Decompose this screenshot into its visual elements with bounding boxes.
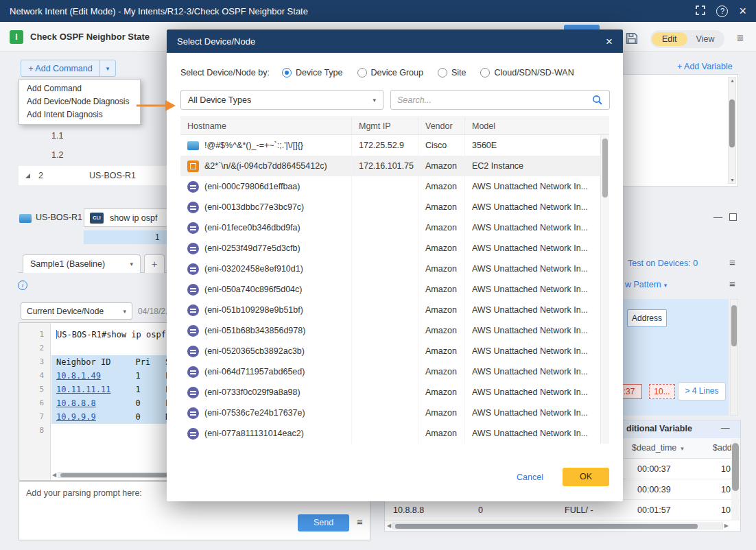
column-header-vendor[interactable]: Vendor <box>418 117 465 134</box>
add-tab-button[interactable]: + <box>144 254 165 273</box>
variable-table-row[interactable]: 10.8.8.80FULL/ -00:01:5710 <box>385 500 740 521</box>
column-header-mgmt-ip[interactable]: Mgmt IP <box>352 117 418 134</box>
horizontal-scrollbar[interactable]: ◀ ▶ <box>387 522 729 529</box>
panel-menu-icon[interactable]: ≡ <box>729 278 735 289</box>
device-row[interactable]: (eni-077a811131014eac2)AmazonAWS Unattac… <box>180 423 609 444</box>
test-on-devices-link[interactable]: Test on Devices: 0 <box>628 259 698 268</box>
modal-close-icon[interactable]: × <box>606 36 613 47</box>
modal-header[interactable]: Select Device/Node × <box>167 29 623 53</box>
device-row[interactable]: (eni-0733f0c029f9a8a98)AmazonAWS Unattac… <box>180 382 609 403</box>
minimize-icon[interactable]: — <box>713 212 722 222</box>
device-row[interactable]: (eni-064d711957abd65ed)AmazonAWS Unattac… <box>180 361 609 382</box>
matched-value-badge[interactable]: 10... <box>649 384 675 399</box>
device-row[interactable]: &2*`\n/&(i-094cb7dd86455412c)172.16.101.… <box>180 156 609 176</box>
scroll-right-icon[interactable]: ▶ <box>724 523 729 529</box>
titlebar: Network Intent (Edit Mode) - My Intents/… <box>0 0 756 22</box>
radio-device-type[interactable]: Device Type <box>282 68 343 77</box>
radio-site[interactable]: Site <box>438 68 466 77</box>
add-variable-link[interactable]: + Add Variable <box>677 62 733 71</box>
menu-item-add-device-node-diagnosis[interactable]: Add Device/Node Diagnosis <box>19 95 140 108</box>
scroll-left-icon[interactable]: ◀ <box>52 472 56 478</box>
menu-item-add-intent-diagnosis[interactable]: Add Intent Diagnosis <box>19 108 140 121</box>
ip-address-link[interactable]: 10.11.11.11 <box>56 385 110 394</box>
cell-vendor: Amazon <box>418 217 465 238</box>
toolbar-menu-icon[interactable]: ≡ <box>737 32 744 45</box>
tree-item-1-2[interactable]: 1.2 <box>19 145 167 165</box>
scroll-down-icon[interactable]: ▼ <box>730 178 735 182</box>
tree-item-1-1[interactable]: 1.1 <box>19 126 167 145</box>
info-icon[interactable]: i <box>18 280 27 290</box>
cell-dead: 00:00:39 <box>637 485 671 494</box>
search-icon[interactable] <box>592 95 603 106</box>
cell-mgmt-ip <box>352 217 418 238</box>
device-row[interactable]: (eni-0253f49d77e5d3cfb)AmazonAWS Unattac… <box>180 238 609 259</box>
fullscreen-icon[interactable] <box>696 5 705 17</box>
device-row[interactable]: !@#$%^&*()_-=+~`:;.'|\/[]{}172.25.52.9Ci… <box>180 135 609 156</box>
page-title: Check OSPF Neighbor State <box>30 32 150 42</box>
vertical-scrollbar[interactable] <box>600 135 609 444</box>
help-icon[interactable]: ? <box>716 5 728 17</box>
expand-lines-button[interactable]: > 4 Lines <box>678 382 726 400</box>
restore-icon[interactable] <box>729 213 737 221</box>
device-node-select[interactable]: Current Device/Node ▾ <box>21 302 132 320</box>
step-number: 2 <box>38 171 70 180</box>
column-additional[interactable]: $add <box>713 443 732 453</box>
vertical-scrollbar[interactable]: ▲ ▼ <box>728 77 736 184</box>
device-row[interactable]: (eni-0013dbbc77e3bc97c)AmazonAWS Unattac… <box>180 197 609 217</box>
scrollbar-thumb[interactable] <box>395 524 698 529</box>
scroll-left-icon[interactable]: ◀ <box>387 523 391 529</box>
address-variable-button[interactable]: Address <box>627 309 667 327</box>
device-row[interactable]: (eni-01fece0b346dbd9fa)AmazonAWS Unattac… <box>180 217 609 238</box>
pattern-dropdown[interactable]: w Pattern▾ <box>625 280 667 289</box>
ip-address-link[interactable]: 10.8.1.49 <box>56 371 101 381</box>
scrollbar-thumb[interactable] <box>732 443 739 491</box>
vertical-scrollbar[interactable] <box>730 299 738 416</box>
line-number: 5 <box>19 383 50 396</box>
column-dead-time[interactable]: $dead_time▾ <box>632 443 684 453</box>
eni-icon <box>187 263 199 275</box>
scrollbar-thumb[interactable] <box>731 305 737 346</box>
scrollbar-thumb[interactable] <box>729 99 735 147</box>
panel-menu-icon[interactable]: ≡ <box>729 256 735 268</box>
cancel-button[interactable]: Cancel <box>517 473 543 482</box>
radio-cloud-sdn-sd-wan[interactable]: Cloud/SDN/SD-WAN <box>480 68 574 77</box>
vertical-scrollbar[interactable] <box>731 439 740 521</box>
cell-hostname: (eni-07536c7e24b17637e) <box>180 403 352 423</box>
device-row[interactable]: (eni-0520365cb3892ac3b)AmazonAWS Unattac… <box>180 341 609 361</box>
send-button[interactable]: Send <box>298 514 349 531</box>
switch-icon <box>187 141 199 150</box>
chevron-down-icon[interactable]: ▾ <box>130 261 133 267</box>
ip-address-link[interactable]: 10.9.9.9 <box>56 412 96 422</box>
tab-sample1-baseline[interactable]: Sample1 (Baseline) ▾ <box>23 254 141 273</box>
save-icon[interactable] <box>626 32 638 45</box>
prompt-menu-icon[interactable]: ≡ <box>357 516 363 527</box>
column-header-model[interactable]: Model <box>465 117 600 134</box>
radio-device-group[interactable]: Device Group <box>357 68 423 77</box>
search-input[interactable]: Search... <box>390 90 610 110</box>
device-type-select[interactable]: All Device Types ▾ <box>180 90 383 110</box>
view-toggle[interactable]: View <box>687 32 724 46</box>
scroll-up-icon[interactable]: ▲ <box>730 78 735 83</box>
menu-item-add-command[interactable]: Add Command <box>19 82 140 95</box>
radio-icon <box>438 68 447 77</box>
device-row[interactable]: (eni-051b68b343856d978)AmazonAWS Unattac… <box>180 320 609 341</box>
window-close-icon[interactable]: × <box>739 5 746 17</box>
add-command-button[interactable]: + Add Command ▾ <box>21 60 116 77</box>
expand-triangle-icon[interactable] <box>25 174 30 178</box>
device-row[interactable]: (eni-000c79806d1effbaa)AmazonAWS Unattac… <box>180 176 609 197</box>
column-header-hostname[interactable]: Hostname <box>180 117 352 134</box>
cell-model: AWS Unattached Network In... <box>465 197 600 217</box>
ip-address-link[interactable]: 10.8.8.8 <box>56 398 96 408</box>
scrollbar-thumb[interactable] <box>602 139 608 198</box>
minimize-icon[interactable]: — <box>721 423 730 433</box>
chevron-down-icon[interactable]: ▾ <box>100 65 115 72</box>
device-row[interactable]: (eni-050a740c896f5d04c)AmazonAWS Unattac… <box>180 279 609 300</box>
edit-toggle[interactable]: Edit <box>652 32 687 46</box>
device-row[interactable]: (eni-051b109298e9b51bf)AmazonAWS Unattac… <box>180 300 609 320</box>
device-row[interactable]: (eni-07536c7e24b17637e)AmazonAWS Unattac… <box>180 403 609 423</box>
router-icon <box>19 214 32 223</box>
scrollbar-track[interactable] <box>392 523 723 529</box>
device-row[interactable]: (eni-03202458e8ef910d1)AmazonAWS Unattac… <box>180 259 609 279</box>
ok-button[interactable]: OK <box>563 468 609 486</box>
cell-dead: 00:01:57 <box>637 505 671 515</box>
